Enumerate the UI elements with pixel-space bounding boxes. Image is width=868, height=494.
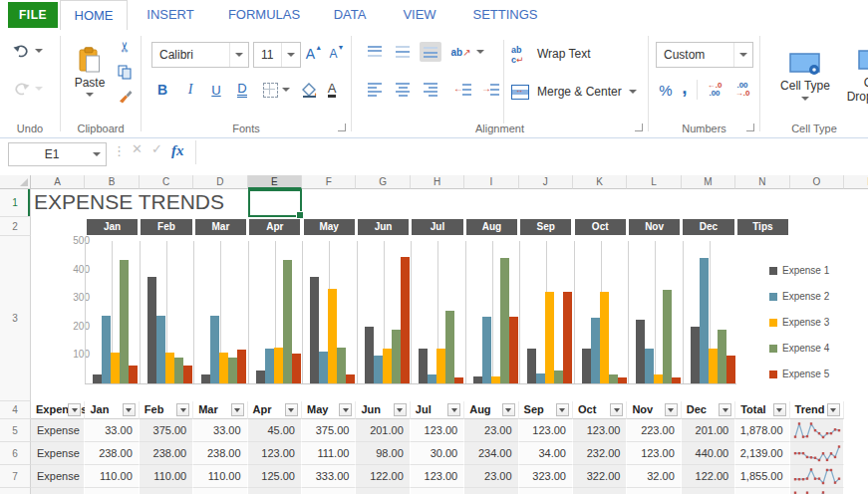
- filter-dropdown-button[interactable]: [665, 403, 678, 416]
- select-all-corner[interactable]: [0, 175, 31, 189]
- table-cell[interactable]: [411, 488, 464, 494]
- month-chip-apr[interactable]: Apr: [249, 219, 300, 235]
- table-cell[interactable]: [682, 488, 735, 494]
- column-header-O[interactable]: O: [790, 175, 844, 189]
- menu-tab-insert[interactable]: INSERT: [130, 0, 211, 30]
- borders-dropdown-arrow[interactable]: [282, 88, 290, 92]
- month-chip-dec[interactable]: Dec: [683, 219, 733, 235]
- table-header-Jun[interactable]: Jun: [356, 401, 410, 419]
- align-top-button[interactable]: [364, 42, 386, 62]
- filter-dropdown-button[interactable]: [285, 403, 298, 416]
- column-header-L[interactable]: L: [627, 175, 681, 189]
- column-header-P[interactable]: P: [844, 175, 868, 189]
- menu-tab-settings[interactable]: SETTINGS: [456, 0, 554, 30]
- row-header-5[interactable]: 5: [0, 419, 31, 442]
- font-size-dropdown[interactable]: [281, 43, 300, 67]
- table-cell[interactable]: 110.00: [85, 465, 139, 488]
- text-rotation-button[interactable]: ab ↗: [449, 42, 485, 62]
- table-cell[interactable]: 123.00: [573, 419, 627, 442]
- cut-button[interactable]: ✂: [115, 38, 135, 56]
- increase-decimal-button[interactable]: .00 →.0: [730, 80, 754, 100]
- formula-bar-drag-handle[interactable]: ⋮: [113, 143, 126, 158]
- decrease-decimal-button[interactable]: ←.0 .00: [703, 80, 726, 100]
- month-chip-nov[interactable]: Nov: [629, 219, 680, 235]
- alignment-dialog-launcher-icon[interactable]: [635, 124, 643, 131]
- table-cell[interactable]: 45.00: [248, 419, 302, 442]
- filter-dropdown-button[interactable]: [68, 403, 81, 416]
- table-cell[interactable]: 1,855.00: [735, 465, 789, 488]
- table-cell[interactable]: 34.00: [519, 442, 573, 465]
- table-cell[interactable]: 30.00: [411, 442, 464, 465]
- increase-font-size-button[interactable]: A ▲: [304, 42, 324, 66]
- double-underline-button[interactable]: D: [233, 80, 251, 100]
- filter-dropdown-button[interactable]: [773, 403, 786, 416]
- cancel-entry-icon[interactable]: ✕: [132, 141, 143, 156]
- table-cell[interactable]: 375.00: [302, 419, 356, 442]
- menu-tab-data[interactable]: DATA: [317, 0, 383, 30]
- table-header-Dec[interactable]: Dec: [682, 401, 735, 419]
- month-chip-sep[interactable]: Sep: [520, 219, 571, 235]
- table-cell[interactable]: 323.00: [519, 465, 573, 488]
- fill-color-button[interactable]: [299, 80, 319, 100]
- cell-type-dropdown-arrow[interactable]: [801, 97, 809, 101]
- table-cell[interactable]: 23.00: [464, 465, 518, 488]
- filter-dropdown-button[interactable]: [502, 403, 515, 416]
- table-cell[interactable]: [248, 488, 302, 494]
- underline-button[interactable]: U: [207, 80, 225, 100]
- table-header-Nov[interactable]: Nov: [627, 401, 681, 419]
- table-cell[interactable]: [735, 488, 789, 494]
- table-cell[interactable]: [627, 488, 681, 494]
- align-bottom-button[interactable]: [420, 42, 441, 62]
- table-header-Sep[interactable]: Sep: [519, 401, 573, 419]
- table-header-Trend[interactable]: Trend: [790, 401, 844, 419]
- redo-dropdown-arrow[interactable]: [35, 87, 43, 91]
- column-header-B[interactable]: B: [85, 175, 139, 189]
- month-chip-mar[interactable]: Mar: [195, 219, 246, 235]
- table-cell[interactable]: 375.00: [140, 419, 193, 442]
- paste-dropdown-arrow[interactable]: [86, 93, 94, 97]
- row-header-7[interactable]: 7: [0, 465, 31, 488]
- numbers-dialog-launcher-icon[interactable]: [746, 124, 754, 131]
- table-header-Jul[interactable]: Jul: [411, 401, 464, 419]
- italic-button[interactable]: I: [181, 80, 199, 100]
- filter-dropdown-button[interactable]: [827, 403, 840, 416]
- table-header-Expenses[interactable]: Expenses: [31, 401, 85, 419]
- table-cell[interactable]: 238.00: [193, 442, 247, 465]
- borders-button[interactable]: [259, 80, 293, 100]
- decrease-font-size-button[interactable]: A ▼: [327, 42, 347, 66]
- month-chip-may[interactable]: May: [304, 219, 355, 235]
- cell-selection-box[interactable]: [248, 189, 302, 217]
- row-header-8[interactable]: 8: [0, 488, 31, 494]
- table-cell[interactable]: 123.00: [519, 419, 573, 442]
- undo-dropdown-arrow[interactable]: [35, 49, 43, 53]
- table-header-Aug[interactable]: Aug: [464, 401, 518, 419]
- filter-dropdown-button[interactable]: [176, 403, 189, 416]
- decrease-indent-button[interactable]: ←: [453, 80, 475, 100]
- sheet-title-cell[interactable]: EXPENSE TRENDS: [34, 190, 224, 214]
- menu-tab-formulas[interactable]: FORMULAS: [215, 0, 313, 30]
- table-cell[interactable]: 322.00: [573, 465, 627, 488]
- merge-center-button[interactable]: ↔ Merge & Center: [511, 82, 645, 102]
- number-format-combobox[interactable]: Custom: [656, 42, 753, 68]
- table-cell[interactable]: 123.00: [411, 465, 464, 488]
- table-cell[interactable]: 32.00: [627, 465, 681, 488]
- table-cell[interactable]: [464, 488, 518, 494]
- table-cell[interactable]: Expense 1: [31, 419, 85, 442]
- table-cell[interactable]: 232.00: [573, 442, 627, 465]
- table-cell[interactable]: 98.00: [356, 442, 410, 465]
- table-cell[interactable]: [193, 488, 247, 494]
- font-color-button[interactable]: A: [323, 80, 341, 100]
- bold-button[interactable]: B: [153, 80, 171, 100]
- table-cell[interactable]: Expense 2: [31, 442, 85, 465]
- table-cell[interactable]: 125.00: [248, 465, 302, 488]
- fonts-dialog-launcher-icon[interactable]: [338, 124, 346, 131]
- table-cell[interactable]: 333.00: [302, 465, 356, 488]
- table-cell[interactable]: [85, 488, 139, 494]
- menu-tab-home[interactable]: HOME: [60, 0, 128, 32]
- table-cell[interactable]: 111.00: [302, 442, 356, 465]
- align-middle-button[interactable]: [392, 42, 414, 62]
- table-cell[interactable]: [519, 488, 573, 494]
- table-cell[interactable]: [790, 442, 844, 465]
- column-header-N[interactable]: N: [735, 175, 789, 189]
- cell-type-button[interactable]: Cell Type: [777, 36, 833, 116]
